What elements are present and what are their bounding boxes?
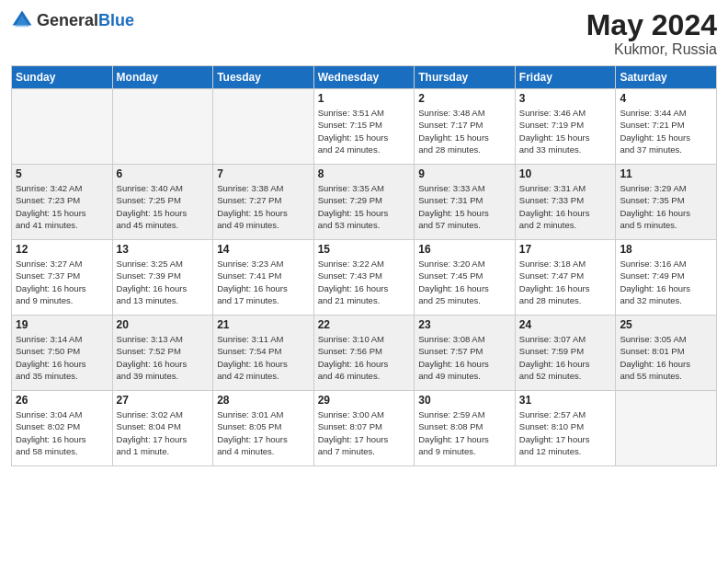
calendar-day-cell: 14Sunrise: 3:23 AM Sunset: 7:41 PM Dayli… (213, 240, 314, 316)
calendar-day-cell: 9Sunrise: 3:33 AM Sunset: 7:31 PM Daylig… (415, 165, 516, 240)
calendar-day-cell: 15Sunrise: 3:22 AM Sunset: 7:43 PM Dayli… (313, 240, 415, 316)
calendar-day-cell: 30Sunrise: 2:59 AM Sunset: 8:08 PM Dayli… (415, 391, 516, 466)
day-number: 19 (16, 318, 108, 331)
calendar-week-row: 12Sunrise: 3:27 AM Sunset: 7:37 PM Dayli… (12, 240, 717, 316)
day-number: 27 (117, 394, 210, 407)
day-number: 31 (519, 394, 612, 407)
day-info: Sunrise: 3:40 AM Sunset: 7:25 PM Dayligh… (117, 182, 210, 231)
day-number: 29 (318, 394, 411, 407)
day-number: 28 (217, 394, 310, 407)
calendar-day-cell (213, 89, 314, 165)
day-info: Sunrise: 3:42 AM Sunset: 7:23 PM Dayligh… (16, 182, 108, 231)
day-number: 16 (418, 243, 511, 256)
calendar-day-cell: 4Sunrise: 3:44 AM Sunset: 7:21 PM Daylig… (616, 89, 717, 165)
day-number: 4 (620, 92, 712, 105)
day-number: 12 (16, 243, 108, 256)
day-number: 10 (519, 167, 612, 180)
weekday-header: Thursday (415, 66, 516, 89)
calendar-day-cell: 12Sunrise: 3:27 AM Sunset: 7:37 PM Dayli… (12, 240, 113, 316)
day-number: 6 (117, 167, 210, 180)
logo-general: General (37, 12, 98, 29)
calendar-day-cell: 23Sunrise: 3:08 AM Sunset: 7:57 PM Dayli… (415, 316, 516, 391)
day-info: Sunrise: 3:10 AM Sunset: 7:56 PM Dayligh… (318, 333, 411, 382)
day-info: Sunrise: 3:22 AM Sunset: 7:43 PM Dayligh… (318, 258, 411, 306)
day-number: 9 (418, 167, 511, 180)
day-number: 2 (418, 92, 511, 105)
day-info: Sunrise: 3:31 AM Sunset: 7:33 PM Dayligh… (519, 182, 612, 231)
day-info: Sunrise: 3:01 AM Sunset: 8:05 PM Dayligh… (217, 408, 310, 457)
calendar-week-row: 5Sunrise: 3:42 AM Sunset: 7:23 PM Daylig… (12, 165, 717, 240)
calendar-day-cell (12, 89, 113, 165)
day-info: Sunrise: 3:29 AM Sunset: 7:35 PM Dayligh… (620, 182, 712, 231)
day-number: 26 (16, 394, 108, 407)
day-info: Sunrise: 3:02 AM Sunset: 8:04 PM Dayligh… (117, 408, 210, 457)
calendar: SundayMondayTuesdayWednesdayThursdayFrid… (11, 65, 717, 466)
calendar-day-cell: 3Sunrise: 3:46 AM Sunset: 7:19 PM Daylig… (515, 89, 616, 165)
calendar-day-cell: 18Sunrise: 3:16 AM Sunset: 7:49 PM Dayli… (616, 240, 717, 316)
day-info: Sunrise: 3:25 AM Sunset: 7:39 PM Dayligh… (117, 258, 210, 306)
calendar-day-cell: 1Sunrise: 3:51 AM Sunset: 7:15 PM Daylig… (313, 89, 415, 165)
calendar-day-cell: 27Sunrise: 3:02 AM Sunset: 8:04 PM Dayli… (112, 391, 213, 466)
calendar-header-row: SundayMondayTuesdayWednesdayThursdayFrid… (12, 66, 717, 89)
header: General Blue May 2024 Kukmor, Russia (11, 9, 717, 58)
day-number: 3 (519, 92, 612, 105)
day-info: Sunrise: 3:05 AM Sunset: 8:01 PM Dayligh… (620, 333, 712, 382)
day-number: 13 (117, 243, 210, 256)
logo-blue: Blue (98, 12, 134, 29)
calendar-day-cell: 19Sunrise: 3:14 AM Sunset: 7:50 PM Dayli… (12, 316, 113, 391)
day-info: Sunrise: 3:14 AM Sunset: 7:50 PM Dayligh… (16, 333, 108, 382)
day-info: Sunrise: 3:48 AM Sunset: 7:17 PM Dayligh… (418, 107, 511, 155)
calendar-week-row: 19Sunrise: 3:14 AM Sunset: 7:50 PM Dayli… (12, 316, 717, 391)
weekday-header: Friday (515, 66, 616, 89)
calendar-day-cell (616, 391, 717, 466)
calendar-day-cell: 13Sunrise: 3:25 AM Sunset: 7:39 PM Dayli… (112, 240, 213, 316)
day-number: 18 (620, 243, 712, 256)
day-info: Sunrise: 3:20 AM Sunset: 7:45 PM Dayligh… (418, 258, 511, 306)
day-number: 24 (519, 318, 612, 331)
day-info: Sunrise: 3:04 AM Sunset: 8:02 PM Dayligh… (16, 408, 108, 457)
calendar-day-cell: 28Sunrise: 3:01 AM Sunset: 8:05 PM Dayli… (213, 391, 314, 466)
day-info: Sunrise: 2:57 AM Sunset: 8:10 PM Dayligh… (519, 408, 612, 457)
day-number: 8 (318, 167, 411, 180)
title-month: May 2024 (586, 9, 717, 41)
day-number: 7 (217, 167, 310, 180)
calendar-day-cell (112, 89, 213, 165)
calendar-day-cell: 11Sunrise: 3:29 AM Sunset: 7:35 PM Dayli… (616, 165, 717, 240)
calendar-day-cell: 10Sunrise: 3:31 AM Sunset: 7:33 PM Dayli… (515, 165, 616, 240)
calendar-day-cell: 8Sunrise: 3:35 AM Sunset: 7:29 PM Daylig… (313, 165, 415, 240)
day-number: 23 (418, 318, 511, 331)
day-info: Sunrise: 3:38 AM Sunset: 7:27 PM Dayligh… (217, 182, 310, 231)
calendar-day-cell: 2Sunrise: 3:48 AM Sunset: 7:17 PM Daylig… (415, 89, 516, 165)
calendar-day-cell: 17Sunrise: 3:18 AM Sunset: 7:47 PM Dayli… (515, 240, 616, 316)
day-number: 30 (418, 394, 511, 407)
day-info: Sunrise: 3:16 AM Sunset: 7:49 PM Dayligh… (620, 258, 712, 306)
calendar-day-cell: 21Sunrise: 3:11 AM Sunset: 7:54 PM Dayli… (213, 316, 314, 391)
calendar-day-cell: 29Sunrise: 3:00 AM Sunset: 8:07 PM Dayli… (313, 391, 415, 466)
day-info: Sunrise: 3:23 AM Sunset: 7:41 PM Dayligh… (217, 258, 310, 306)
day-number: 21 (217, 318, 310, 331)
day-number: 20 (117, 318, 210, 331)
weekday-header: Monday (112, 66, 213, 89)
day-info: Sunrise: 3:35 AM Sunset: 7:29 PM Dayligh… (318, 182, 411, 231)
day-number: 15 (318, 243, 411, 256)
calendar-day-cell: 24Sunrise: 3:07 AM Sunset: 7:59 PM Dayli… (515, 316, 616, 391)
title-block: May 2024 Kukmor, Russia (586, 9, 717, 58)
weekday-header: Tuesday (213, 66, 314, 89)
calendar-day-cell: 25Sunrise: 3:05 AM Sunset: 8:01 PM Dayli… (616, 316, 717, 391)
calendar-day-cell: 7Sunrise: 3:38 AM Sunset: 7:27 PM Daylig… (213, 165, 314, 240)
page: General Blue May 2024 Kukmor, Russia Sun… (0, 0, 728, 563)
logo: General Blue (11, 9, 134, 31)
day-info: Sunrise: 3:44 AM Sunset: 7:21 PM Dayligh… (620, 107, 712, 155)
day-number: 17 (519, 243, 612, 256)
day-info: Sunrise: 3:46 AM Sunset: 7:19 PM Dayligh… (519, 107, 612, 155)
day-info: Sunrise: 3:11 AM Sunset: 7:54 PM Dayligh… (217, 333, 310, 382)
weekday-header: Saturday (616, 66, 717, 89)
logo-icon (11, 9, 33, 31)
day-info: Sunrise: 3:27 AM Sunset: 7:37 PM Dayligh… (16, 258, 108, 306)
calendar-day-cell: 16Sunrise: 3:20 AM Sunset: 7:45 PM Dayli… (415, 240, 516, 316)
day-info: Sunrise: 3:33 AM Sunset: 7:31 PM Dayligh… (418, 182, 511, 231)
day-info: Sunrise: 3:51 AM Sunset: 7:15 PM Dayligh… (318, 107, 411, 155)
day-info: Sunrise: 2:59 AM Sunset: 8:08 PM Dayligh… (418, 408, 511, 457)
calendar-week-row: 26Sunrise: 3:04 AM Sunset: 8:02 PM Dayli… (12, 391, 717, 466)
day-number: 14 (217, 243, 310, 256)
